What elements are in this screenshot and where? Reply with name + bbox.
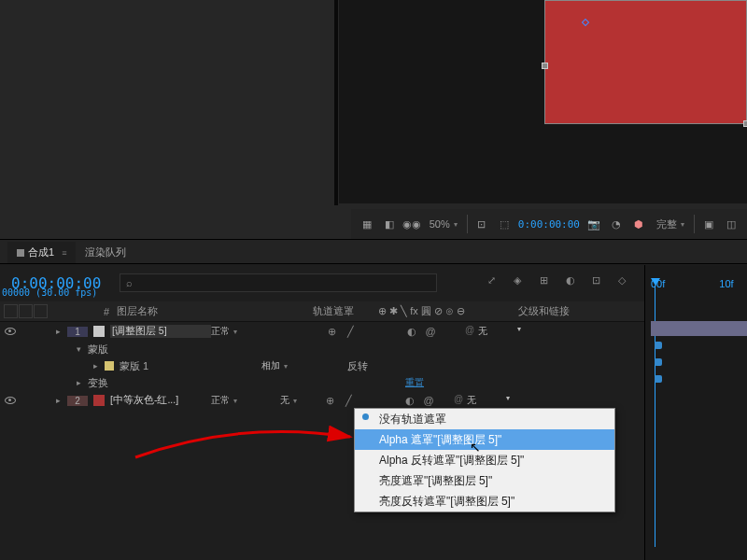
motion-blur-icon[interactable]: ◐ — [566, 274, 583, 291]
col-index: # — [56, 306, 117, 317]
panel-tabs: 合成1 ≡ 渲染队列 — [0, 240, 747, 264]
column-headers: # 图层名称 轨道遮罩 ⊕ ✱ ╲ fx 圓 ⊘ ⊙ ⊖ 父级和链接 — [0, 301, 747, 322]
brain-icon[interactable]: ⊡ — [592, 274, 609, 291]
resize-handle[interactable] — [743, 120, 747, 127]
transform-row[interactable]: ▸ 变换 重置 — [0, 374, 747, 391]
channel-icon[interactable]: ◔ — [608, 216, 625, 232]
menu-item-luma[interactable]: 亮度遮罩"[调整图层 5]" — [355, 470, 614, 491]
mask-group-row[interactable]: ▾ 蒙版 — [0, 341, 747, 357]
switch-shy[interactable]: ⊕ — [325, 326, 338, 338]
vr-icon[interactable]: ◉◉ — [403, 216, 420, 232]
col-track-matte[interactable]: 轨道遮罩 — [313, 304, 378, 318]
layer-bar[interactable] — [651, 321, 747, 336]
snapshot-icon[interactable]: 📷 — [585, 216, 602, 232]
zoom-dropdown[interactable]: 50% — [426, 217, 461, 231]
switch-collapse[interactable]: ╱ — [344, 326, 357, 338]
time-display[interactable]: 0:00:00:00 — [518, 216, 580, 232]
visibility-toggle[interactable] — [5, 328, 16, 335]
playhead[interactable] — [651, 278, 660, 286]
panel-divider[interactable] — [334, 0, 338, 205]
parent-dropdown[interactable]: 无 — [465, 325, 521, 338]
tab-render-queue[interactable]: 渲染队列 — [76, 242, 135, 263]
annotation-arrow — [126, 383, 369, 467]
twirl-icon[interactable]: ▸ — [56, 327, 67, 336]
shape-layer[interactable] — [544, 0, 747, 124]
twirl-icon[interactable]: ▸ — [77, 378, 88, 387]
layer-name[interactable]: [调整图层 5] — [110, 325, 211, 338]
layer-row-2[interactable]: ▸ 2 [中等灰色-红...] 正常 无 ⊕ ╱ ◐ @ 无 — [0, 391, 747, 410]
frame-rate-display: 00000 (30.00 fps) — [2, 287, 97, 298]
layer-index: 2 — [67, 396, 88, 406]
reset-link[interactable]: 重置 — [405, 376, 424, 389]
menu-item-alpha-inverted[interactable]: Alpha 反转遮罩"[调整图层 5]" — [355, 450, 614, 470]
visibility-toggle[interactable] — [5, 397, 16, 404]
keyframe-marker[interactable] — [655, 342, 662, 349]
cursor-icon: ↖ — [470, 440, 481, 455]
resize-handle[interactable] — [542, 63, 548, 69]
color-icon[interactable]: ⬢ — [630, 216, 647, 232]
switch-3d[interactable]: @ — [424, 326, 437, 338]
switch-3d[interactable]: @ — [422, 395, 435, 407]
mask-row[interactable]: ▸ 蒙版 1 相加 反转 — [0, 357, 747, 374]
timeline-area[interactable]: 00f 10f — [644, 265, 747, 560]
menu-item-luma-inverted[interactable]: 亮度反转遮罩"[调整图层 5]" — [355, 491, 614, 511]
col-layer-name[interactable]: 图层名称 — [117, 304, 247, 318]
mask-toggle-icon[interactable]: ◧ — [381, 216, 398, 232]
menu-item-none[interactable]: 没有轨道遮罩 — [355, 409, 614, 429]
switch-adjust[interactable]: ◐ — [405, 326, 418, 338]
keyframe-marker[interactable] — [655, 375, 662, 383]
twirl-icon[interactable]: ▾ — [77, 344, 88, 354]
frame-blend-icon[interactable]: ⊞ — [540, 274, 557, 291]
layer-row-1[interactable]: ▸ 1 [调整图层 5] 正常 ⊕ ╱ ◐ @ 无 — [0, 322, 747, 341]
marker-icon[interactable]: ◇ — [618, 274, 635, 291]
menu-current-indicator — [362, 413, 369, 420]
toggle-col[interactable] — [19, 304, 33, 318]
property-label: 蒙版 — [88, 343, 254, 357]
switch-adjust[interactable]: ◐ — [403, 395, 416, 407]
viewport-toolbar: ▦ ◧ ◉◉ 50% ⊡ ⬚ 0:00:00:00 📷 ◔ ⬢ 完整 ▣ ◫ — [351, 209, 747, 239]
menu-item-alpha[interactable]: Alpha 遮罩"[调整图层 5]" — [355, 429, 614, 450]
col-switches: ⊕ ✱ ╲ fx 圓 ⊘ ⊙ ⊖ — [378, 304, 518, 318]
layer-color[interactable] — [93, 326, 105, 337]
mask-color[interactable] — [105, 361, 114, 371]
toggle-col[interactable] — [4, 304, 18, 318]
comp-icon — [17, 249, 24, 257]
grid-icon[interactable]: ▦ — [359, 216, 375, 232]
comp-preview[interactable] — [339, 0, 747, 203]
tab-menu-icon[interactable]: ≡ — [62, 248, 66, 258]
twirl-icon[interactable]: ▸ — [93, 361, 105, 371]
anchor-point[interactable] — [582, 19, 589, 26]
shy-icon[interactable]: ◈ — [514, 274, 530, 291]
track-matte-menu: 没有轨道遮罩 Alpha 遮罩"[调整图层 5]" Alpha 反转遮罩"[调整… — [354, 408, 615, 512]
layer-search[interactable]: ⌕ — [120, 273, 437, 292]
composition-viewport: ▦ ◧ ◉◉ 50% ⊡ ⬚ 0:00:00:00 📷 ◔ ⬢ 完整 ▣ ◫ — [0, 0, 747, 240]
layer-index: 1 — [67, 327, 88, 337]
time-ruler[interactable]: 00f 10f — [645, 265, 747, 302]
mask-name[interactable]: 蒙版 1 — [120, 359, 261, 373]
view2-icon[interactable]: ◫ — [723, 216, 740, 232]
layer-color[interactable] — [93, 395, 105, 406]
graph-icon[interactable]: ⤢ — [487, 274, 504, 291]
tab-label: 渲染队列 — [85, 245, 126, 259]
tab-composition[interactable]: 合成1 ≡ — [7, 242, 76, 263]
toggle-col[interactable] — [34, 304, 48, 318]
col-parent[interactable]: 父级和链接 — [518, 304, 602, 318]
timecode-row: 0:00:00:00 ⌕ ⤢ ◈ ⊞ ◐ ⊡ ◇ — [0, 264, 747, 301]
resolution-icon[interactable]: ⊡ — [473, 216, 490, 232]
tab-label: 合成1 — [28, 245, 54, 259]
view1-icon[interactable]: ▣ — [700, 216, 717, 232]
region-icon[interactable]: ⬚ — [496, 216, 513, 232]
ruler-tick: 10f — [719, 278, 733, 289]
twirl-icon[interactable]: ▸ — [56, 396, 67, 405]
invert-checkbox-label[interactable]: 反转 — [347, 359, 368, 373]
parent-dropdown[interactable]: 无 — [454, 394, 510, 407]
blend-mode-dropdown[interactable]: 正常 — [211, 325, 260, 338]
keyframe-marker[interactable] — [655, 358, 662, 366]
mask-mode-dropdown[interactable]: 相加 — [261, 359, 310, 372]
quality-dropdown[interactable]: 完整 — [653, 216, 688, 233]
